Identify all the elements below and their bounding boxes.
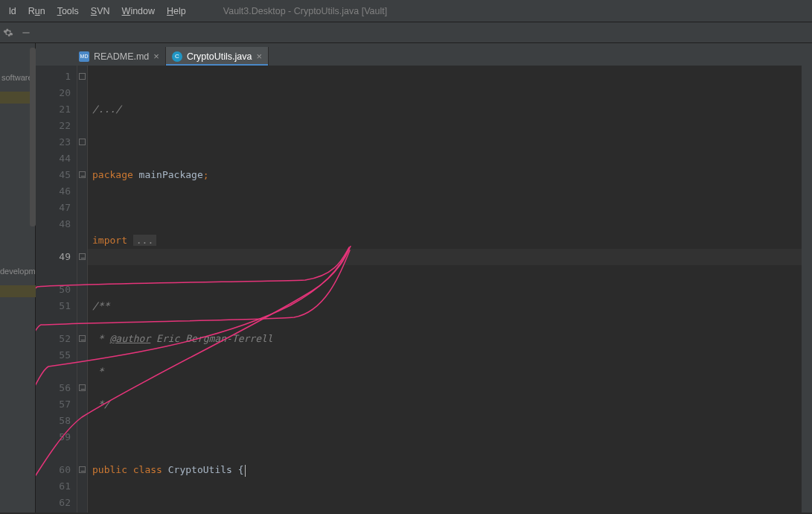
hide-icon[interactable] (21, 28, 31, 38)
editor-scrollbar[interactable] (802, 66, 812, 513)
menu-help[interactable]: Help (162, 4, 191, 18)
fold-gutter[interactable] (77, 66, 88, 513)
tool-window-header (0, 22, 812, 43)
markdown-icon: MD (79, 51, 89, 62)
sidebar-scrollbar[interactable] (30, 48, 36, 226)
tab-label: CryptoUtils.java (187, 51, 252, 62)
menu-tools[interactable]: Tools (53, 4, 83, 18)
code-editor[interactable]: 1 20 21 22 23 44 45 46 47 48 49 50 51 52… (36, 66, 812, 513)
fold-toggle-icon[interactable] (79, 253, 86, 260)
line-number-gutter[interactable]: 1 20 21 22 23 44 45 46 47 48 49 50 51 52… (36, 66, 77, 513)
text-caret (245, 465, 246, 477)
window-title: Vault3.Desktop - CryptoUtils.java [Vault… (223, 6, 387, 16)
tool-window-sidebar[interactable]: software developm (0, 43, 36, 513)
sidebar-text-mid: developm (0, 267, 36, 276)
tab-cryptoutils[interactable]: C CryptoUtils.java × (166, 47, 269, 66)
close-icon[interactable]: × (153, 51, 159, 62)
menu-run[interactable]: Run (24, 4, 50, 18)
fold-toggle-icon[interactable] (79, 466, 86, 473)
sidebar-text-top: software (1, 73, 33, 82)
tab-readme[interactable]: MD README.md × (73, 47, 166, 66)
close-icon[interactable]: × (256, 51, 262, 62)
fold-toggle-icon[interactable] (79, 139, 86, 145)
tab-label: README.md (94, 51, 149, 62)
java-class-icon: C (172, 51, 182, 62)
fold-toggle-icon[interactable] (79, 335, 86, 342)
editor-tabs: MD README.md × C CryptoUtils.java × (36, 43, 812, 66)
fold-toggle-icon[interactable] (79, 384, 86, 391)
menubar: ld Run Tools SVN Window Help Vault3.Desk… (0, 0, 812, 22)
menu-window[interactable]: Window (118, 4, 159, 18)
svg-rect-0 (22, 32, 29, 33)
gear-icon[interactable] (3, 28, 13, 38)
menu-build[interactable]: ld (4, 4, 21, 18)
fold-toggle-icon[interactable] (79, 73, 86, 80)
menu-svn[interactable]: SVN (86, 4, 115, 18)
code-area[interactable]: /.../ package mainPackage; import ... /*… (88, 66, 802, 513)
fold-toggle-icon[interactable] (79, 171, 86, 178)
